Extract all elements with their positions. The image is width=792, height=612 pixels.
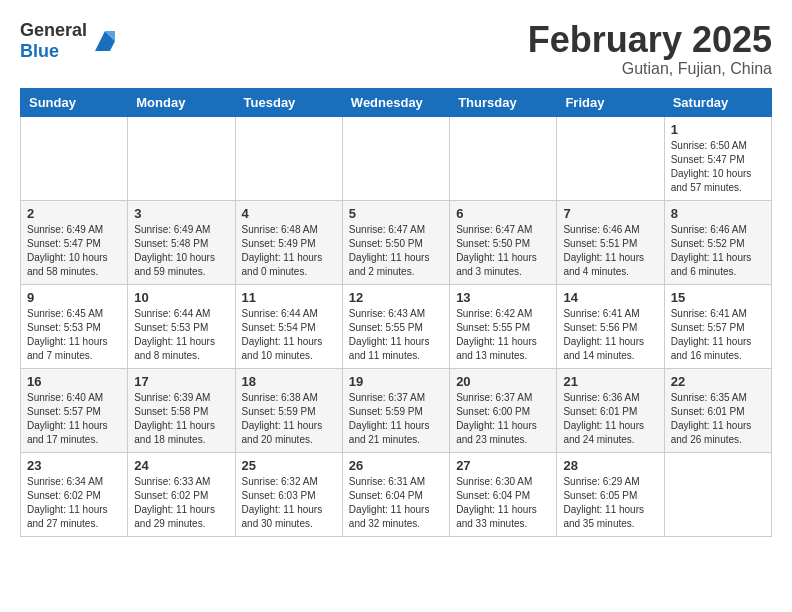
- calendar-header-row: SundayMondayTuesdayWednesdayThursdayFrid…: [21, 88, 772, 116]
- calendar-week-row: 1Sunrise: 6:50 AM Sunset: 5:47 PM Daylig…: [21, 116, 772, 200]
- day-number: 7: [563, 206, 657, 221]
- day-number: 27: [456, 458, 550, 473]
- calendar-cell: 28Sunrise: 6:29 AM Sunset: 6:05 PM Dayli…: [557, 452, 664, 536]
- calendar-week-row: 2Sunrise: 6:49 AM Sunset: 5:47 PM Daylig…: [21, 200, 772, 284]
- calendar-cell: 23Sunrise: 6:34 AM Sunset: 6:02 PM Dayli…: [21, 452, 128, 536]
- day-info: Sunrise: 6:47 AM Sunset: 5:50 PM Dayligh…: [349, 223, 443, 279]
- day-info: Sunrise: 6:39 AM Sunset: 5:58 PM Dayligh…: [134, 391, 228, 447]
- day-number: 16: [27, 374, 121, 389]
- calendar-cell: [450, 116, 557, 200]
- day-info: Sunrise: 6:48 AM Sunset: 5:49 PM Dayligh…: [242, 223, 336, 279]
- day-number: 1: [671, 122, 765, 137]
- day-number: 23: [27, 458, 121, 473]
- col-header-monday: Monday: [128, 88, 235, 116]
- calendar-cell: 14Sunrise: 6:41 AM Sunset: 5:56 PM Dayli…: [557, 284, 664, 368]
- day-info: Sunrise: 6:44 AM Sunset: 5:54 PM Dayligh…: [242, 307, 336, 363]
- day-info: Sunrise: 6:35 AM Sunset: 6:01 PM Dayligh…: [671, 391, 765, 447]
- day-number: 8: [671, 206, 765, 221]
- day-number: 21: [563, 374, 657, 389]
- day-info: Sunrise: 6:36 AM Sunset: 6:01 PM Dayligh…: [563, 391, 657, 447]
- calendar-cell: 7Sunrise: 6:46 AM Sunset: 5:51 PM Daylig…: [557, 200, 664, 284]
- day-number: 6: [456, 206, 550, 221]
- day-info: Sunrise: 6:40 AM Sunset: 5:57 PM Dayligh…: [27, 391, 121, 447]
- day-info: Sunrise: 6:45 AM Sunset: 5:53 PM Dayligh…: [27, 307, 121, 363]
- day-info: Sunrise: 6:32 AM Sunset: 6:03 PM Dayligh…: [242, 475, 336, 531]
- day-number: 24: [134, 458, 228, 473]
- day-info: Sunrise: 6:29 AM Sunset: 6:05 PM Dayligh…: [563, 475, 657, 531]
- calendar-cell: 18Sunrise: 6:38 AM Sunset: 5:59 PM Dayli…: [235, 368, 342, 452]
- calendar-cell: 12Sunrise: 6:43 AM Sunset: 5:55 PM Dayli…: [342, 284, 449, 368]
- day-info: Sunrise: 6:37 AM Sunset: 5:59 PM Dayligh…: [349, 391, 443, 447]
- logo-general: General: [20, 20, 87, 40]
- day-number: 3: [134, 206, 228, 221]
- day-number: 18: [242, 374, 336, 389]
- day-number: 14: [563, 290, 657, 305]
- calendar-cell: 19Sunrise: 6:37 AM Sunset: 5:59 PM Dayli…: [342, 368, 449, 452]
- day-info: Sunrise: 6:50 AM Sunset: 5:47 PM Dayligh…: [671, 139, 765, 195]
- day-number: 9: [27, 290, 121, 305]
- day-info: Sunrise: 6:47 AM Sunset: 5:50 PM Dayligh…: [456, 223, 550, 279]
- calendar-cell: 1Sunrise: 6:50 AM Sunset: 5:47 PM Daylig…: [664, 116, 771, 200]
- col-header-thursday: Thursday: [450, 88, 557, 116]
- col-header-friday: Friday: [557, 88, 664, 116]
- day-info: Sunrise: 6:41 AM Sunset: 5:56 PM Dayligh…: [563, 307, 657, 363]
- month-year: February 2025: [528, 20, 772, 60]
- logo: General Blue: [20, 20, 120, 62]
- calendar-cell: 22Sunrise: 6:35 AM Sunset: 6:01 PM Dayli…: [664, 368, 771, 452]
- calendar-cell: 11Sunrise: 6:44 AM Sunset: 5:54 PM Dayli…: [235, 284, 342, 368]
- calendar-cell: 27Sunrise: 6:30 AM Sunset: 6:04 PM Dayli…: [450, 452, 557, 536]
- calendar-week-row: 9Sunrise: 6:45 AM Sunset: 5:53 PM Daylig…: [21, 284, 772, 368]
- day-number: 25: [242, 458, 336, 473]
- day-info: Sunrise: 6:42 AM Sunset: 5:55 PM Dayligh…: [456, 307, 550, 363]
- logo-blue: Blue: [20, 41, 59, 61]
- calendar-cell: 8Sunrise: 6:46 AM Sunset: 5:52 PM Daylig…: [664, 200, 771, 284]
- day-number: 20: [456, 374, 550, 389]
- calendar-table: SundayMondayTuesdayWednesdayThursdayFrid…: [20, 88, 772, 537]
- calendar-cell: 24Sunrise: 6:33 AM Sunset: 6:02 PM Dayli…: [128, 452, 235, 536]
- day-number: 2: [27, 206, 121, 221]
- calendar-cell: [235, 116, 342, 200]
- calendar-cell: 10Sunrise: 6:44 AM Sunset: 5:53 PM Dayli…: [128, 284, 235, 368]
- day-info: Sunrise: 6:49 AM Sunset: 5:48 PM Dayligh…: [134, 223, 228, 279]
- day-info: Sunrise: 6:41 AM Sunset: 5:57 PM Dayligh…: [671, 307, 765, 363]
- col-header-saturday: Saturday: [664, 88, 771, 116]
- day-info: Sunrise: 6:31 AM Sunset: 6:04 PM Dayligh…: [349, 475, 443, 531]
- calendar-cell: 13Sunrise: 6:42 AM Sunset: 5:55 PM Dayli…: [450, 284, 557, 368]
- calendar-cell: 26Sunrise: 6:31 AM Sunset: 6:04 PM Dayli…: [342, 452, 449, 536]
- day-info: Sunrise: 6:34 AM Sunset: 6:02 PM Dayligh…: [27, 475, 121, 531]
- calendar-cell: [664, 452, 771, 536]
- title-block: February 2025 Gutian, Fujian, China: [528, 20, 772, 78]
- calendar-cell: [342, 116, 449, 200]
- day-number: 15: [671, 290, 765, 305]
- day-number: 10: [134, 290, 228, 305]
- day-number: 11: [242, 290, 336, 305]
- day-number: 12: [349, 290, 443, 305]
- logo-icon: [90, 26, 120, 56]
- calendar-cell: 25Sunrise: 6:32 AM Sunset: 6:03 PM Dayli…: [235, 452, 342, 536]
- day-info: Sunrise: 6:37 AM Sunset: 6:00 PM Dayligh…: [456, 391, 550, 447]
- calendar-cell: 15Sunrise: 6:41 AM Sunset: 5:57 PM Dayli…: [664, 284, 771, 368]
- day-info: Sunrise: 6:38 AM Sunset: 5:59 PM Dayligh…: [242, 391, 336, 447]
- calendar-cell: 3Sunrise: 6:49 AM Sunset: 5:48 PM Daylig…: [128, 200, 235, 284]
- calendar-cell: 4Sunrise: 6:48 AM Sunset: 5:49 PM Daylig…: [235, 200, 342, 284]
- day-number: 5: [349, 206, 443, 221]
- day-info: Sunrise: 6:30 AM Sunset: 6:04 PM Dayligh…: [456, 475, 550, 531]
- day-number: 28: [563, 458, 657, 473]
- calendar-cell: 9Sunrise: 6:45 AM Sunset: 5:53 PM Daylig…: [21, 284, 128, 368]
- calendar-week-row: 16Sunrise: 6:40 AM Sunset: 5:57 PM Dayli…: [21, 368, 772, 452]
- calendar-week-row: 23Sunrise: 6:34 AM Sunset: 6:02 PM Dayli…: [21, 452, 772, 536]
- col-header-sunday: Sunday: [21, 88, 128, 116]
- logo-text: General Blue: [20, 20, 87, 62]
- day-number: 13: [456, 290, 550, 305]
- calendar-cell: 5Sunrise: 6:47 AM Sunset: 5:50 PM Daylig…: [342, 200, 449, 284]
- day-info: Sunrise: 6:49 AM Sunset: 5:47 PM Dayligh…: [27, 223, 121, 279]
- day-info: Sunrise: 6:33 AM Sunset: 6:02 PM Dayligh…: [134, 475, 228, 531]
- calendar-cell: 21Sunrise: 6:36 AM Sunset: 6:01 PM Dayli…: [557, 368, 664, 452]
- calendar-cell: 16Sunrise: 6:40 AM Sunset: 5:57 PM Dayli…: [21, 368, 128, 452]
- day-number: 17: [134, 374, 228, 389]
- day-info: Sunrise: 6:44 AM Sunset: 5:53 PM Dayligh…: [134, 307, 228, 363]
- col-header-tuesday: Tuesday: [235, 88, 342, 116]
- day-number: 22: [671, 374, 765, 389]
- day-number: 19: [349, 374, 443, 389]
- day-info: Sunrise: 6:46 AM Sunset: 5:52 PM Dayligh…: [671, 223, 765, 279]
